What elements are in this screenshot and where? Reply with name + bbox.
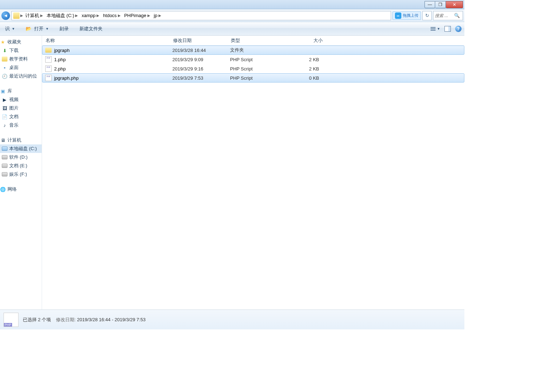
refresh-button[interactable]: ↻ bbox=[422, 11, 432, 20]
chevron-right-icon[interactable]: ▶ bbox=[75, 14, 78, 17]
disk-icon bbox=[2, 146, 7, 152]
breadcrumb[interactable]: ▶ 计算机 ▶ 本地磁盘 (C:) ▶ xampp ▶ htdocs ▶ PHP… bbox=[11, 11, 391, 20]
sidebar-label: 音乐 bbox=[9, 122, 19, 128]
list-view-icon bbox=[431, 27, 436, 31]
file-name: 2.php bbox=[54, 66, 172, 71]
column-header-type[interactable]: 类型 bbox=[231, 37, 288, 44]
sidebar-item-recent[interactable]: 🕘最近访问的位 bbox=[0, 72, 42, 80]
sidebar-label: 收藏夹 bbox=[7, 39, 21, 45]
file-row[interactable]: jpgraph2019/3/28 16:44文件夹 bbox=[42, 46, 464, 55]
sidebar-label: 图片 bbox=[9, 105, 19, 111]
file-date: 2019/3/29 7:53 bbox=[172, 75, 230, 81]
recent-icon: 🕘 bbox=[2, 73, 7, 79]
organize-button[interactable]: 识 ▼ bbox=[3, 25, 17, 33]
sidebar-item-computer[interactable]: 🖥计算机 bbox=[0, 136, 42, 144]
sidebar-label: 娱乐 (F:) bbox=[9, 171, 27, 178]
chevron-right-icon[interactable]: ▶ bbox=[158, 14, 161, 17]
file-type: 文件夹 bbox=[230, 47, 287, 53]
sidebar-item-disk-e[interactable]: 文档 (E:) bbox=[0, 161, 42, 170]
toolbar-right: ▼ ? bbox=[431, 26, 462, 32]
chevron-down-icon: ▼ bbox=[46, 27, 49, 31]
file-row[interactable]: 2.php2019/3/29 9:16PHP Script2 KB bbox=[42, 64, 464, 73]
file-rows: jpgraph2019/3/28 16:44文件夹1.php2019/3/29 … bbox=[42, 46, 464, 83]
search-icon[interactable]: 🔍 bbox=[454, 13, 460, 18]
sidebar-item-teaching[interactable]: 教学资料 bbox=[0, 55, 42, 63]
sidebar-item-network[interactable]: 🌐网络 bbox=[0, 185, 42, 194]
new-folder-label: 新建文件夹 bbox=[79, 26, 103, 32]
sidebar-item-favorites[interactable]: ★收藏夹 bbox=[0, 38, 42, 46]
breadcrumb-item[interactable]: 本地磁盘 (C:) ▶ bbox=[45, 12, 79, 20]
chevron-right-icon[interactable]: ▶ bbox=[97, 14, 99, 17]
disk-icon bbox=[2, 154, 7, 160]
breadcrumb-item[interactable]: jp ▶ bbox=[152, 12, 163, 20]
sidebar-item-documents[interactable]: 📄文档 bbox=[0, 112, 42, 121]
sidebar-label: 教学资料 bbox=[9, 56, 28, 62]
preview-pane-button[interactable] bbox=[444, 26, 451, 32]
sidebar-label: 本地磁盘 (C:) bbox=[9, 145, 37, 152]
help-button[interactable]: ? bbox=[455, 26, 462, 32]
status-selected-label: 已选择 2 个项 bbox=[23, 317, 51, 322]
file-type: PHP Script bbox=[230, 57, 287, 62]
file-list-panel: 名称 修改日期 类型 大小 jpgraph2019/3/28 16:44文件夹1… bbox=[42, 36, 464, 309]
breadcrumb-item[interactable]: 计算机 ▶ bbox=[24, 12, 45, 20]
folder-icon bbox=[2, 56, 7, 62]
sidebar-item-videos[interactable]: ▶视频 bbox=[0, 95, 42, 104]
breadcrumb-item[interactable]: xampp ▶ bbox=[80, 12, 101, 20]
close-button[interactable]: ✕ bbox=[446, 1, 463, 8]
chevron-right-icon[interactable]: ▶ bbox=[147, 14, 150, 17]
back-button[interactable]: ◄ bbox=[1, 11, 10, 20]
sidebar-label: 库 bbox=[7, 88, 12, 94]
main-area: ★收藏夹 ⬇下载 教学资料 ▪桌面 🕘最近访问的位 ▣库 ▶视频 🖼图片 📄文档… bbox=[0, 36, 464, 309]
view-options-button[interactable]: ▼ bbox=[431, 27, 440, 31]
sidebar-label: 文档 (E:) bbox=[9, 163, 27, 169]
sidebar-item-desktop[interactable]: ▪桌面 bbox=[0, 63, 42, 72]
folder-icon bbox=[13, 12, 20, 19]
minimize-button[interactable]: — bbox=[425, 1, 435, 8]
file-date: 2019/3/29 9:09 bbox=[172, 57, 230, 62]
sidebar-label: 文档 bbox=[9, 113, 19, 120]
search-input[interactable] bbox=[435, 13, 454, 18]
picture-icon: 🖼 bbox=[2, 105, 7, 111]
video-icon: ▶ bbox=[2, 97, 7, 102]
sidebar-label: 网络 bbox=[7, 186, 17, 192]
new-folder-button[interactable]: 新建文件夹 bbox=[77, 25, 105, 33]
chevron-right-icon[interactable]: ▶ bbox=[20, 14, 23, 17]
column-header-name[interactable]: 名称 bbox=[46, 37, 173, 44]
sidebar-item-disk-f[interactable]: 娱乐 (F:) bbox=[0, 170, 42, 179]
file-row[interactable]: 1.php2019/3/29 9:09PHP Script2 KB bbox=[42, 55, 464, 64]
breadcrumb-item[interactable]: htdocs ▶ bbox=[101, 12, 122, 20]
breadcrumb-item[interactable]: PHPimage ▶ bbox=[123, 12, 152, 20]
breadcrumb-label: jp bbox=[154, 13, 157, 18]
column-header-date[interactable]: 修改日期 bbox=[173, 37, 231, 44]
status-selection: 已选择 2 个项 修改日期: 2019/3/28 16:44 - 2019/3/… bbox=[23, 317, 146, 323]
sidebar-item-downloads[interactable]: ⬇下载 bbox=[0, 46, 42, 55]
file-row[interactable]: jpgraph.php2019/3/29 7:53PHP Script0 KB bbox=[42, 73, 464, 83]
computer-icon: 🖥 bbox=[0, 137, 6, 143]
breadcrumb-label: xampp bbox=[82, 13, 95, 18]
chevron-right-icon[interactable]: ▶ bbox=[40, 14, 43, 17]
column-header-size[interactable]: 大小 bbox=[288, 37, 323, 44]
burn-button[interactable]: 刻录 bbox=[57, 25, 71, 33]
sidebar-item-disk-c[interactable]: 本地磁盘 (C:) bbox=[0, 144, 42, 153]
sidebar-item-pictures[interactable]: 🖼图片 bbox=[0, 104, 42, 112]
download-icon: ⬇ bbox=[2, 48, 7, 53]
star-icon: ★ bbox=[0, 39, 6, 45]
file-name: 1.php bbox=[54, 57, 172, 62]
status-date-value: 2019/3/28 16:44 - 2019/3/29 7:53 bbox=[77, 317, 145, 322]
sidebar-item-disk-d[interactable]: 软件 (D:) bbox=[0, 153, 42, 161]
chevron-down-icon: ▼ bbox=[437, 27, 440, 31]
open-button[interactable]: 📂 打开 ▼ bbox=[24, 25, 51, 33]
maximize-button[interactable]: ❐ bbox=[435, 1, 446, 8]
php-file-icon bbox=[45, 65, 52, 72]
sidebar-item-music[interactable]: ♪音乐 bbox=[0, 121, 42, 129]
file-type: PHP Script bbox=[230, 75, 287, 81]
nav-computer: 🖥计算机 本地磁盘 (C:) 软件 (D:) 文档 (E:) 娱乐 (F:) bbox=[0, 136, 42, 179]
chevron-right-icon[interactable]: ▶ bbox=[118, 14, 121, 17]
file-type: PHP Script bbox=[230, 66, 287, 71]
breadcrumb-label: PHPimage bbox=[124, 13, 146, 18]
sidebar-item-libraries[interactable]: ▣库 bbox=[0, 87, 42, 95]
search-box[interactable]: 🔍 bbox=[433, 11, 463, 20]
cloud-icon: ∞ bbox=[395, 12, 401, 19]
file-name: jpgraph bbox=[54, 48, 172, 53]
cloud-upload-badge[interactable]: ∞ 拖拽上传 bbox=[392, 11, 421, 20]
